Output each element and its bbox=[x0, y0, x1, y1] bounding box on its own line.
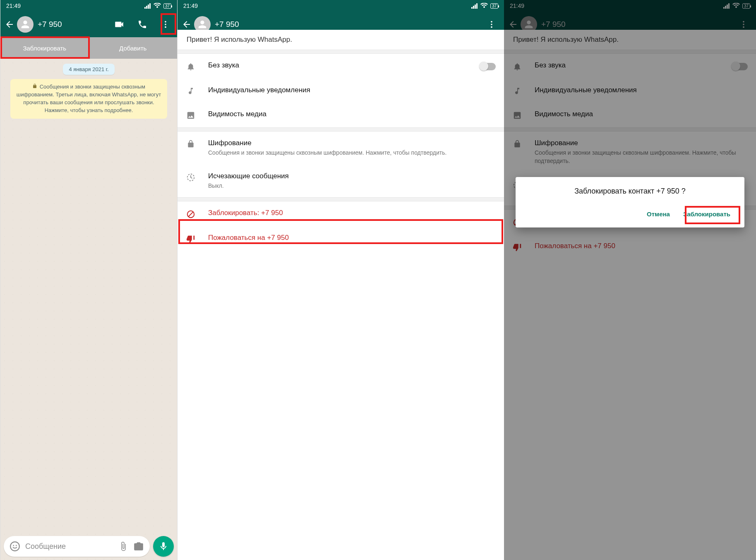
lock-icon bbox=[186, 139, 196, 148]
encryption-notice-text: Сообщения и звонки защищены сквозным шиф… bbox=[17, 84, 161, 113]
date-chip: 4 января 2021 г. bbox=[63, 64, 114, 75]
svg-point-9 bbox=[16, 545, 17, 546]
svg-point-15 bbox=[491, 24, 492, 25]
dialog-title: Заблокировать контакт +7 950 ? bbox=[525, 186, 735, 196]
screen-block-dialog: 21:49 37 +7 950 Привет! Я использую What… bbox=[504, 0, 756, 560]
screen-contact-info: 21:49 37 +7 950 Привет! Я использую What… bbox=[177, 0, 504, 560]
timer-icon bbox=[186, 172, 196, 182]
setting-report[interactable]: Пожаловаться на +7 950 bbox=[178, 226, 504, 251]
setting-media-label: Видимость медиа bbox=[208, 110, 496, 118]
dialog-cancel-button[interactable]: Отмена bbox=[642, 206, 675, 222]
svg-rect-1 bbox=[146, 6, 147, 9]
image-icon bbox=[186, 110, 196, 120]
block-button[interactable]: Заблокировать bbox=[0, 37, 89, 59]
signal-icon bbox=[471, 3, 478, 9]
svg-rect-3 bbox=[149, 3, 151, 9]
setting-disappearing-sub: Выкл. bbox=[208, 182, 496, 190]
more-menu-button[interactable] bbox=[486, 19, 497, 30]
camera-icon[interactable] bbox=[133, 541, 144, 552]
contact-name[interactable]: +7 950 bbox=[215, 20, 486, 29]
modal-backdrop[interactable] bbox=[504, 0, 756, 560]
contact-action-row: Заблокировать Добавить bbox=[0, 37, 177, 59]
message-input[interactable]: Сообщение bbox=[4, 536, 150, 557]
status-bar: 21:49 37 bbox=[0, 0, 177, 12]
setting-block[interactable]: Заблокировать: +7 950 bbox=[178, 201, 504, 226]
svg-rect-10 bbox=[471, 7, 473, 9]
setting-mute[interactable]: Без звука bbox=[178, 54, 504, 79]
emoji-icon[interactable] bbox=[10, 541, 20, 552]
svg-rect-12 bbox=[475, 5, 476, 9]
block-button-label: Заблокировать bbox=[23, 45, 66, 52]
svg-point-14 bbox=[491, 21, 492, 23]
screen-chat: 21:49 37 +7 950 Заблокировать bbox=[0, 0, 177, 560]
chat-header: +7 950 bbox=[0, 12, 177, 37]
setting-encryption-sub: Сообщения и звонки защищены сквозным шиф… bbox=[208, 149, 496, 157]
status-icons: 37 bbox=[471, 3, 498, 9]
svg-point-4 bbox=[165, 21, 166, 23]
setting-encryption-label: Шифрование bbox=[208, 139, 496, 147]
avatar[interactable] bbox=[17, 16, 34, 33]
block-confirm-dialog: Заблокировать контакт +7 950 ? Отмена За… bbox=[516, 177, 744, 227]
thumbs-down-icon bbox=[186, 234, 196, 244]
svg-rect-0 bbox=[144, 7, 146, 9]
wifi-icon bbox=[154, 3, 161, 9]
block-icon bbox=[186, 209, 196, 219]
voice-call-button[interactable] bbox=[137, 19, 148, 30]
svg-point-5 bbox=[165, 24, 166, 25]
music-note-icon bbox=[186, 86, 196, 95]
attachment-icon[interactable] bbox=[118, 541, 128, 551]
status-icons: 37 bbox=[144, 3, 171, 9]
svg-rect-2 bbox=[148, 5, 149, 9]
dialog-confirm-button[interactable]: Заблокировать bbox=[678, 206, 735, 222]
battery-icon: 37 bbox=[490, 3, 498, 9]
setting-report-label: Пожаловаться на +7 950 bbox=[208, 234, 496, 242]
setting-disappearing-label: Исчезающие сообщения bbox=[208, 172, 496, 180]
back-button[interactable] bbox=[4, 19, 15, 30]
svg-line-19 bbox=[189, 212, 193, 217]
composer: Сообщение bbox=[4, 536, 174, 557]
back-button[interactable] bbox=[181, 19, 192, 30]
setting-encryption[interactable]: Шифрование Сообщения и звонки защищены с… bbox=[178, 132, 504, 165]
setting-block-label: Заблокировать: +7 950 bbox=[208, 209, 496, 217]
battery-icon: 37 bbox=[163, 3, 171, 9]
contact-settings: Привет! Я использую WhatsApp. Без звука … bbox=[178, 30, 504, 553]
more-menu-button[interactable] bbox=[160, 19, 171, 30]
encryption-notice[interactable]: Сообщения и звонки защищены сквозным шиф… bbox=[10, 79, 167, 119]
svg-point-8 bbox=[13, 545, 14, 546]
add-button[interactable]: Добавить bbox=[89, 37, 178, 59]
video-call-button[interactable] bbox=[113, 19, 125, 30]
wifi-icon bbox=[480, 3, 488, 9]
svg-point-6 bbox=[165, 26, 166, 28]
svg-rect-11 bbox=[473, 6, 474, 9]
contact-name[interactable]: +7 950 bbox=[38, 20, 113, 29]
mic-button[interactable] bbox=[153, 536, 174, 557]
svg-point-7 bbox=[10, 542, 19, 551]
status-bar: 21:49 37 bbox=[178, 0, 504, 12]
lock-icon bbox=[32, 83, 37, 91]
signal-icon bbox=[144, 3, 151, 9]
chat-body: 4 января 2021 г. Сообщения и звонки защи… bbox=[0, 59, 177, 560]
svg-rect-13 bbox=[476, 3, 478, 9]
setting-disappearing[interactable]: Исчезающие сообщения Выкл. bbox=[178, 165, 504, 198]
setting-media-visibility[interactable]: Видимость медиа bbox=[178, 103, 504, 127]
setting-notifications-label: Индивидуальные уведомления bbox=[208, 86, 496, 94]
add-button-label: Добавить bbox=[119, 45, 146, 52]
mute-toggle[interactable] bbox=[480, 63, 496, 70]
svg-point-16 bbox=[491, 26, 492, 28]
setting-custom-notifications[interactable]: Индивидуальные уведомления bbox=[178, 79, 504, 103]
bell-icon bbox=[186, 61, 196, 71]
message-placeholder: Сообщение bbox=[25, 542, 113, 551]
status-time: 21:49 bbox=[6, 2, 21, 9]
status-time: 21:49 bbox=[183, 2, 198, 9]
status-text: Привет! Я использую WhatsApp. bbox=[178, 30, 504, 50]
setting-mute-label: Без звука bbox=[208, 61, 468, 69]
